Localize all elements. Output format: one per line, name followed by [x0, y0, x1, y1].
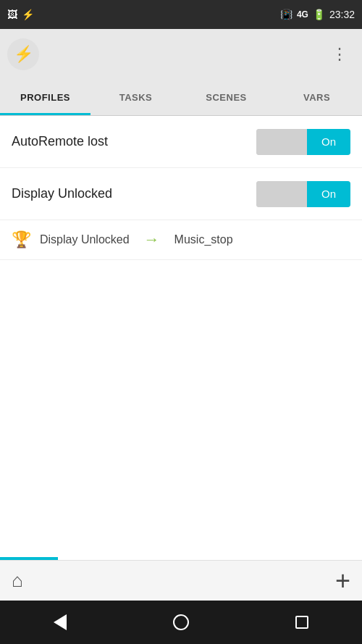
toggle-on-button-autoremote[interactable]: On: [307, 129, 350, 155]
tab-profiles[interactable]: PROFILES: [0, 80, 90, 115]
home-button[interactable]: ⌂: [12, 569, 23, 592]
sub-profile-name: Display Unlocked: [40, 233, 130, 246]
recents-square-icon: [295, 616, 308, 629]
tab-tasks[interactable]: TASKS: [90, 80, 181, 115]
profile-item-display-unlocked[interactable]: Display Unlocked On: [0, 168, 362, 220]
app-logo: ⚡: [6, 37, 41, 72]
signal-icon: 4G: [297, 9, 308, 20]
profile-item-autoremote[interactable]: AutoRemote lost On: [0, 116, 362, 168]
bolt-status-icon: ⚡: [22, 9, 34, 20]
logo-circle: ⚡: [7, 38, 39, 70]
image-status-icon: 🖼: [7, 9, 17, 20]
status-bar-right: 📳 4G 🔋 23:32: [280, 9, 355, 20]
tab-scenes[interactable]: SCENES: [181, 80, 272, 115]
home-nav-button[interactable]: [167, 608, 195, 637]
status-bar: 🖼 ⚡ 📳 4G 🔋 23:32: [0, 0, 362, 29]
app-header: ⚡ ⋮: [0, 29, 362, 80]
more-options-button[interactable]: ⋮: [326, 39, 353, 70]
bottom-action-bar: ⌂ +: [0, 560, 362, 601]
task-name: Music_stop: [174, 233, 233, 246]
profile-name-display-unlocked: Display Unlocked: [12, 186, 112, 201]
tabs-bar: PROFILES TASKS SCENES VARS: [0, 80, 362, 116]
add-button[interactable]: +: [335, 566, 350, 596]
profile-list: AutoRemote lost On Display Unlocked On 🏆…: [0, 116, 362, 260]
android-nav-bar: [0, 601, 362, 644]
tab-vars[interactable]: VARS: [272, 80, 362, 115]
arrow-icon: →: [144, 230, 160, 249]
toggle-display-unlocked[interactable]: On: [256, 181, 350, 207]
back-button[interactable]: [46, 608, 75, 637]
back-triangle-icon: [54, 614, 67, 630]
profile-name-autoremote: AutoRemote lost: [12, 134, 108, 149]
toggle-autoremote[interactable]: On: [256, 129, 350, 155]
vibrate-icon: 📳: [280, 9, 292, 20]
logo-icon: ⚡: [14, 45, 33, 64]
recents-button[interactable]: [287, 608, 316, 637]
trophy-icon: 🏆: [12, 230, 31, 249]
toggle-on-button-display-unlocked[interactable]: On: [307, 181, 350, 207]
status-bar-left: 🖼 ⚡: [7, 9, 34, 20]
toggle-off-area: [256, 129, 307, 155]
battery-icon: 🔋: [313, 9, 325, 20]
time-display: 23:32: [329, 9, 355, 20]
home-circle-icon: [173, 614, 189, 630]
sub-item-display-unlocked[interactable]: 🏆 Display Unlocked → Music_stop: [0, 220, 362, 260]
toggle-off-area-2: [256, 181, 307, 207]
